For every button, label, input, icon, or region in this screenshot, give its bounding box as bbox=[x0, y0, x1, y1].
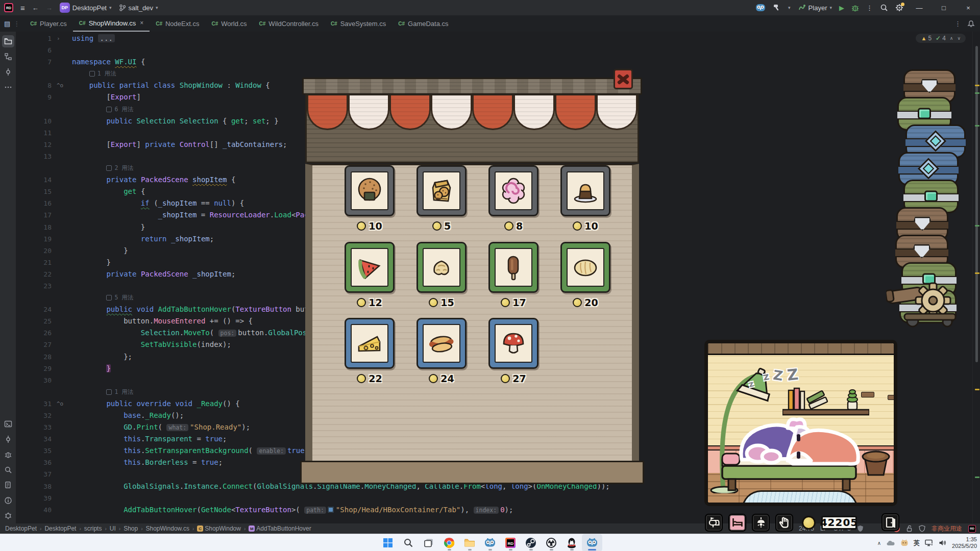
taskbar-steam-icon[interactable] bbox=[521, 534, 541, 551]
debug-icon[interactable] bbox=[2, 448, 14, 461]
inspections-widget[interactable]: ▲ 5 ✓ 4 ∧ ∨ bbox=[916, 34, 966, 43]
breadcrumb-item[interactable]: scripts bbox=[84, 525, 102, 532]
editor-tab-player-cs[interactable]: C#Player.cs bbox=[24, 15, 73, 32]
shop-item-candy-swirl[interactable] bbox=[488, 165, 538, 216]
license-label[interactable]: 非商业用途 bbox=[932, 524, 962, 533]
back-arrow-icon[interactable]: ← bbox=[32, 4, 39, 12]
shop-item-hotdog[interactable] bbox=[416, 318, 467, 369]
taskbar-chrome-icon[interactable] bbox=[439, 534, 459, 551]
speaker-icon[interactable] bbox=[939, 539, 947, 546]
shop-item-pudding[interactable] bbox=[560, 165, 610, 216]
taskbar-obs-icon[interactable] bbox=[541, 534, 561, 551]
settings-gear-icon[interactable] bbox=[895, 4, 903, 12]
breadcrumb-item[interactable]: ShopWindow.cs bbox=[146, 525, 189, 532]
breadcrumb-item[interactable]: DesktopPet bbox=[5, 525, 37, 532]
shield-outline-icon[interactable] bbox=[919, 525, 925, 532]
folder-icon[interactable] bbox=[2, 35, 14, 47]
game-toolbar-hand-button[interactable] bbox=[775, 514, 793, 532]
override-marker-icon[interactable]: ^o bbox=[57, 80, 72, 91]
branch-icon[interactable] bbox=[2, 433, 14, 445]
ime-indicator[interactable]: 英 bbox=[914, 539, 920, 547]
door-button[interactable] bbox=[881, 513, 899, 531]
debug-icon[interactable] bbox=[851, 4, 859, 12]
taskbar-qq-icon[interactable] bbox=[561, 534, 582, 551]
editor-tab-savesystem-cs[interactable]: C#SaveSystem.cs bbox=[325, 15, 392, 32]
build-hammer-icon[interactable] bbox=[773, 4, 781, 12]
taskbar-start-icon[interactable] bbox=[378, 534, 398, 551]
notifications-bell-icon[interactable] bbox=[967, 20, 975, 28]
prev-problem-icon[interactable]: ∧ bbox=[950, 36, 953, 41]
game-toolbar-bed-button[interactable] bbox=[728, 514, 746, 532]
editor-tab-world-cs[interactable]: C#World.cs bbox=[205, 15, 253, 32]
shop-item-cheese[interactable] bbox=[345, 318, 395, 369]
inspection-tick[interactable] bbox=[975, 477, 979, 478]
editor-tab-gamedata-cs[interactable]: C#GameData.cs bbox=[392, 15, 454, 32]
shop-close-button[interactable] bbox=[614, 69, 633, 89]
run-config-selector[interactable]: Player ▾ bbox=[798, 4, 832, 12]
more-icon[interactable]: ⋮ bbox=[866, 4, 873, 12]
breadcrumb-item[interactable]: DesktopPet bbox=[44, 525, 76, 532]
maximize-icon[interactable]: □ bbox=[935, 0, 952, 15]
shop-item-mushroom[interactable] bbox=[488, 318, 538, 369]
project-tool-window-icon[interactable]: ▤ bbox=[4, 20, 10, 28]
terminal-icon[interactable] bbox=[2, 418, 14, 430]
search-icon[interactable] bbox=[880, 4, 888, 12]
minimize-icon[interactable]: — bbox=[911, 0, 928, 15]
editor-tab-wildcontroller-cs[interactable]: C#WildController.cs bbox=[253, 15, 325, 32]
inspection-tick[interactable] bbox=[975, 92, 979, 94]
taskbar-rider-icon[interactable]: RD bbox=[500, 534, 521, 551]
taskbar-taskview-icon[interactable] bbox=[419, 534, 439, 551]
fold-chevron-icon[interactable]: › bbox=[57, 33, 72, 44]
inspection-tick[interactable] bbox=[975, 225, 979, 227]
close-icon[interactable]: × bbox=[960, 0, 977, 15]
hidden-icons-chevron-icon[interactable]: ∧ bbox=[877, 540, 881, 546]
inspection-tick[interactable] bbox=[975, 125, 979, 127]
run-icon[interactable]: ▶ bbox=[839, 4, 844, 12]
forward-arrow-icon[interactable]: → bbox=[46, 4, 53, 12]
branch-selector[interactable]: salt_dev ▾ bbox=[119, 4, 158, 12]
editor-tab-nodeext-cs[interactable]: C#NodeExt.cs bbox=[150, 15, 205, 32]
cloud-icon[interactable] bbox=[886, 539, 895, 546]
settings-icon[interactable] bbox=[2, 510, 14, 522]
scrollbar-track[interactable] bbox=[972, 32, 980, 523]
breadcrumb[interactable]: DesktopPet›DesktopPet›scripts›UI›Shop›Sh… bbox=[0, 525, 786, 532]
inspection-tick[interactable] bbox=[975, 272, 979, 274]
breadcrumb-item[interactable]: CShopWindow bbox=[197, 525, 241, 532]
pet-tray-icon[interactable] bbox=[900, 539, 909, 547]
gear-cannon-device[interactable] bbox=[886, 278, 963, 329]
breadcrumb-item[interactable]: Shop bbox=[124, 525, 138, 532]
shop-item-dumpling[interactable] bbox=[416, 242, 467, 293]
more-icon[interactable] bbox=[2, 81, 14, 93]
taskbar-search-icon[interactable] bbox=[398, 534, 419, 551]
taskbar-godot-icon[interactable] bbox=[480, 534, 500, 551]
shop-item-watermelon[interactable] bbox=[345, 242, 395, 293]
network-icon[interactable] bbox=[925, 539, 934, 546]
tab-close-icon[interactable]: × bbox=[140, 19, 143, 27]
project-selector[interactable]: DP DesktopPet ▾ bbox=[60, 3, 112, 13]
breadcrumb-item[interactable]: MAddTabButtonHover bbox=[249, 525, 311, 532]
game-toolbar-mailbox-button[interactable] bbox=[705, 514, 723, 532]
info-icon[interactable] bbox=[2, 494, 14, 507]
main-menu-icon[interactable]: ≡ bbox=[20, 4, 25, 12]
godot-engine-icon[interactable] bbox=[755, 3, 766, 13]
files-icon[interactable] bbox=[2, 479, 14, 491]
inspection-tick[interactable] bbox=[975, 389, 979, 390]
shop-item-cookie-bag[interactable] bbox=[416, 165, 467, 216]
commit-icon[interactable] bbox=[2, 66, 14, 78]
breadcrumb-item[interactable]: UI bbox=[110, 525, 116, 532]
search-icon[interactable] bbox=[2, 464, 14, 476]
taskbar-explorer-icon[interactable] bbox=[459, 534, 480, 551]
editor-tab-shopwindow-cs[interactable]: C#ShopWindow.cs× bbox=[73, 15, 150, 32]
shop-item-bread[interactable] bbox=[560, 242, 610, 293]
override-marker-icon[interactable]: ^o bbox=[57, 398, 72, 410]
chevron-down-icon[interactable]: ▾ bbox=[788, 5, 791, 10]
shop-item-popsicle[interactable] bbox=[488, 242, 538, 293]
clock[interactable]: 1:35 2025/5/20 bbox=[952, 536, 977, 549]
game-toolbar-ceiling-lamp-button[interactable] bbox=[752, 514, 770, 532]
inspection-tick[interactable] bbox=[975, 85, 979, 86]
more-icon[interactable]: ⋮ bbox=[954, 20, 961, 28]
taskbar-game-active-icon[interactable] bbox=[582, 534, 602, 551]
shop-item-rice-cracker[interactable] bbox=[345, 165, 395, 216]
sleeping-pet-on-bed[interactable] bbox=[711, 405, 869, 499]
structure-icon[interactable] bbox=[2, 51, 14, 63]
